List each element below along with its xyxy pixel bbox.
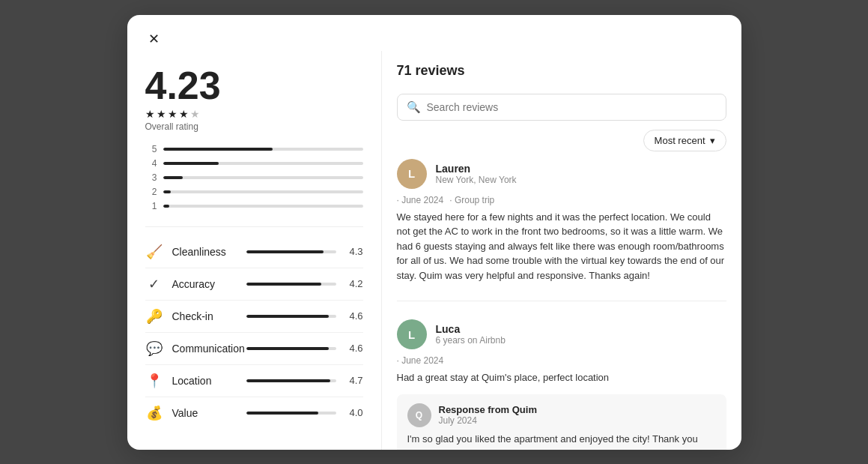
- right-panel: 71 reviews 🔍 Most recent ▾: [382, 51, 741, 450]
- star-5: ★: [190, 108, 200, 120]
- category-track: [246, 379, 336, 382]
- avatar: L: [397, 319, 427, 349]
- bar-fill: [163, 190, 172, 193]
- rating-score: 4.23: [145, 66, 221, 105]
- category-track: [246, 250, 336, 253]
- modal-header: ✕: [127, 15, 741, 51]
- category-name: Accuracy: [172, 278, 216, 290]
- category-name: Check-in: [172, 310, 213, 322]
- category-track: [246, 347, 336, 350]
- category-track: [246, 315, 336, 318]
- reviews-modal: ✕ 4.23 ★ ★ ★ ★ ★ Ov: [127, 15, 741, 450]
- modal-overlay[interactable]: ✕ 4.23 ★ ★ ★ ★ ★ Ov: [0, 0, 868, 464]
- search-bar-wrap: 🔍: [382, 82, 741, 130]
- star-1: ★: [145, 108, 155, 120]
- reviewer-info: Luca 6 years on Airbnb: [436, 323, 506, 346]
- category-icon: 🔑: [145, 308, 163, 325]
- stars-row: ★ ★ ★ ★ ★: [145, 108, 221, 120]
- reviewer-info: Lauren New York, New York: [436, 163, 517, 185]
- bar-track: [163, 205, 363, 208]
- reviewer-name: Lauren: [436, 163, 517, 175]
- category-icon: 🧹: [145, 244, 163, 260]
- bar-chart: 5 4 3 2 1: [145, 144, 363, 211]
- bar-label: 5: [145, 144, 157, 154]
- review-date: · June 2024: [397, 355, 444, 366]
- category-left: ✓ Accuracy: [145, 276, 216, 292]
- sort-label: Most recent: [655, 135, 705, 146]
- search-icon: 🔍: [407, 100, 421, 114]
- reviewer-meta: 6 years on Airbnb: [436, 335, 506, 346]
- host-avatar: Q: [407, 403, 431, 427]
- category-track: [246, 412, 336, 415]
- search-input[interactable]: [427, 101, 717, 113]
- review-item: L Lauren New York, New York · June 2024 …: [397, 159, 726, 302]
- category-icon: 💰: [145, 405, 163, 421]
- review-tags: · June 2024 · Group trip: [397, 195, 726, 205]
- reviewer-row: L Luca 6 years on Airbnb: [397, 319, 726, 349]
- category-row: ✓ Accuracy 4.2: [145, 268, 363, 301]
- left-panel: 4.23 ★ ★ ★ ★ ★ Overall rating 5: [127, 51, 382, 450]
- category-icon: 📍: [145, 373, 163, 389]
- review-trip-type: · Group trip: [449, 195, 494, 205]
- category-fill: [246, 250, 324, 253]
- sort-row: Most recent ▾: [382, 130, 741, 159]
- star-4: ★: [179, 108, 189, 120]
- overall-rating-block: 4.23 ★ ★ ★ ★ ★ Overall rating: [145, 66, 363, 132]
- category-score: 4.7: [342, 375, 363, 386]
- reviewer-meta: New York, New York: [436, 175, 517, 185]
- reviewer-row: L Lauren New York, New York: [397, 159, 726, 189]
- bar-row: 4: [145, 158, 363, 169]
- host-name: Response from Quim: [439, 404, 537, 415]
- category-score: 4.2: [342, 278, 363, 289]
- review-item: L Luca 6 years on Airbnb · June 2024 Had…: [397, 319, 726, 450]
- review-date: · June 2024: [397, 195, 444, 205]
- review-tags: · June 2024: [397, 355, 726, 366]
- sort-button[interactable]: Most recent ▾: [643, 130, 726, 151]
- category-fill: [246, 315, 329, 318]
- search-bar: 🔍: [397, 94, 726, 121]
- category-name: Communication: [172, 343, 245, 355]
- bar-row: 5: [145, 144, 363, 154]
- category-score: 4.0: [342, 407, 363, 418]
- bar-label: 1: [145, 201, 157, 211]
- category-row: 🧹 Cleanliness 4.3: [145, 236, 363, 268]
- category-row: 💬 Communication 4.6: [145, 333, 363, 365]
- bar-fill: [163, 148, 273, 151]
- category-track: [246, 283, 336, 286]
- category-bar-area: 4.6: [246, 310, 363, 322]
- category-left: 🔑 Check-in: [145, 308, 213, 325]
- category-score: 4.6: [342, 310, 363, 322]
- category-name: Cleanliness: [172, 246, 226, 258]
- bar-fill: [163, 176, 183, 179]
- category-left: 💬 Communication: [145, 340, 245, 357]
- bar-label: 2: [145, 187, 157, 197]
- star-3: ★: [168, 108, 177, 120]
- host-date: July 2024: [439, 415, 537, 426]
- category-fill: [246, 283, 322, 286]
- overall-label: Overall rating: [145, 121, 221, 132]
- category-fill: [246, 347, 329, 350]
- close-button[interactable]: ✕: [142, 27, 166, 51]
- category-fill: [246, 379, 331, 382]
- category-left: 📍 Location: [145, 373, 212, 389]
- host-response: Q Response from Quim July 2024 I'm so gl…: [397, 394, 726, 450]
- host-response-header: Q Response from Quim July 2024: [407, 403, 716, 427]
- category-row: 🔑 Check-in 4.6: [145, 301, 363, 333]
- bar-track: [163, 190, 363, 193]
- bar-row: 2: [145, 187, 363, 197]
- category-bar-area: 4.6: [246, 343, 363, 354]
- bar-track: [163, 162, 363, 165]
- host-name-date: Response from Quim July 2024: [439, 404, 537, 426]
- category-row: 💰 Value 4.0: [145, 397, 363, 429]
- divider: [145, 226, 363, 227]
- category-row: 📍 Location 4.7: [145, 365, 363, 397]
- category-name: Location: [172, 375, 212, 387]
- category-left: 🧹 Cleanliness: [145, 244, 226, 260]
- bar-row: 3: [145, 172, 363, 183]
- category-bar-area: 4.7: [246, 375, 363, 386]
- bar-fill: [163, 205, 169, 208]
- review-text: Had a great stay at Quim's place, perfec…: [397, 370, 726, 385]
- review-text: We stayed here for a few nights and it w…: [397, 210, 726, 283]
- avatar: L: [397, 159, 427, 189]
- category-fill: [246, 412, 318, 415]
